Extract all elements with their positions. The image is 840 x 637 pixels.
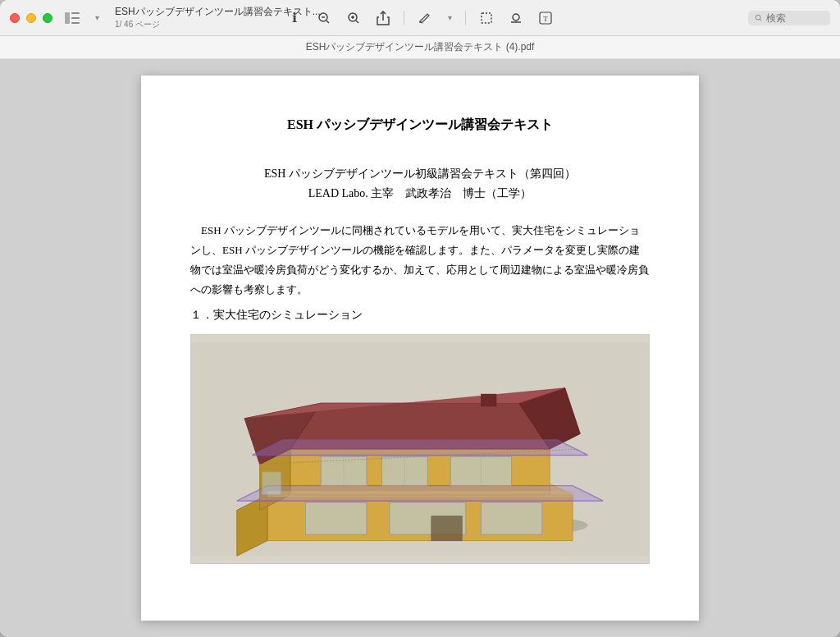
svg-point-17 <box>756 15 760 20</box>
search-icon <box>755 13 763 23</box>
svg-line-6 <box>326 21 329 23</box>
zoom-in-button[interactable] <box>343 7 364 29</box>
crop-button[interactable] <box>476 7 497 29</box>
svg-rect-2 <box>71 17 80 19</box>
separator-1 <box>404 11 404 25</box>
svg-marker-31 <box>252 440 587 456</box>
svg-rect-3 <box>71 22 80 24</box>
share-button[interactable] <box>372 7 394 29</box>
toolbar-right <box>748 11 830 25</box>
traffic-lights <box>10 13 52 23</box>
svg-rect-46 <box>481 394 496 406</box>
document-author: LEAD Labo. 主宰 武政孝治 博士（工学） <box>190 186 650 201</box>
svg-line-10 <box>356 21 358 23</box>
maximize-button[interactable] <box>43 13 52 23</box>
document-body: ESH パッシブデザインツールに同梱されているモデルを用いて、実大住宅をシミュレ… <box>190 221 650 300</box>
minimize-button[interactable] <box>26 13 36 23</box>
document-main-title: ESH パッシブデザインツール講習会テキスト <box>190 117 650 134</box>
svg-line-18 <box>760 19 761 21</box>
filename-text: ESHパッシブデザインツール講習会テキスト (4).pdf <box>306 40 535 54</box>
content-area: ESH パッシブデザインツール講習会テキスト ESH パッシブデザインツール初級… <box>0 59 840 637</box>
sidebar-toggle-icon[interactable] <box>62 8 82 28</box>
close-button[interactable] <box>10 13 20 23</box>
search-input[interactable] <box>766 12 824 24</box>
app-window: ▾ ESHパッシブデザインツール講習会テキスト... 1/ 46 ページ ℹ <box>0 0 840 637</box>
info-button[interactable]: ℹ <box>284 7 305 29</box>
svg-rect-39 <box>306 502 367 534</box>
annotate-button[interactable] <box>414 7 436 29</box>
zoom-out-button[interactable] <box>313 7 335 29</box>
svg-rect-45 <box>262 472 281 495</box>
sidebar-chevron-icon[interactable]: ▾ <box>87 8 107 28</box>
house-illustration <box>190 334 650 564</box>
svg-point-13 <box>513 14 519 21</box>
text-button[interactable]: T <box>535 7 556 29</box>
section-heading: １．実大住宅のシミュレーション <box>190 308 650 323</box>
pdf-page: ESH パッシブデザインツール講習会テキスト ESH パッシブデザインツール初級… <box>141 76 699 621</box>
svg-rect-12 <box>482 13 491 23</box>
toolbar-left: ▾ ESHパッシブデザインツール講習会テキスト... 1/ 46 ページ <box>62 5 321 30</box>
svg-rect-43 <box>431 516 462 541</box>
stamp-button[interactable] <box>505 7 527 29</box>
search-box[interactable] <box>748 11 830 25</box>
document-subtitle: ESH パッシブデザインツール初級講習会テキスト（第四回） <box>190 167 650 181</box>
annotate-chevron[interactable]: ▾ <box>444 7 455 29</box>
svg-rect-41 <box>481 502 541 534</box>
titlebar: ▾ ESHパッシブデザインツール講習会テキスト... 1/ 46 ページ ℹ <box>0 0 840 36</box>
separator-2 <box>465 11 466 25</box>
svg-rect-42 <box>267 491 573 497</box>
svg-rect-1 <box>71 12 80 14</box>
toolbar-center: ℹ <box>284 7 556 29</box>
svg-rect-0 <box>65 12 70 24</box>
svg-text:T: T <box>543 15 548 23</box>
filename-bar: ESHパッシブデザインツール講習会テキスト (4).pdf <box>0 36 840 59</box>
